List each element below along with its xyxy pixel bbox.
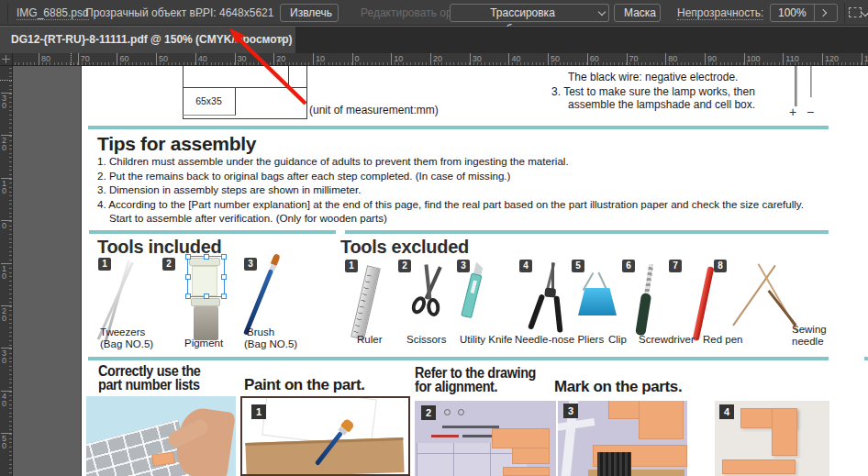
ruler-tick — [484, 62, 485, 65]
ruler-tick — [720, 62, 721, 65]
ruler-tick — [9, 145, 12, 146]
ruler-tick — [222, 62, 223, 65]
ruler-tick — [524, 62, 525, 65]
document-tab-title: DG12-{RT-RU}-8-11111.pdf @ 150% (CMYK/Пр… — [11, 33, 293, 46]
ruler-tick — [415, 62, 416, 65]
ruler-tick — [9, 229, 12, 230]
ruler-tick — [802, 62, 803, 65]
ruler-tick — [822, 53, 823, 65]
image-trace-button[interactable]: Трассировка изображения — [450, 4, 595, 22]
ruler-number: 70 — [629, 54, 639, 63]
ruler-tick — [289, 62, 290, 65]
ruler-tick — [9, 413, 12, 414]
ruler-tick — [857, 62, 858, 65]
smart-object-filename[interactable]: IMG_6885.psd — [17, 0, 89, 26]
tool-number-badge: 3 — [457, 260, 470, 272]
selection-handle[interactable] — [204, 293, 209, 299]
ruler-tick — [9, 366, 12, 367]
ruler-tick — [410, 62, 411, 65]
ruler-tick — [418, 62, 419, 65]
ruler-tick — [458, 62, 459, 65]
ruler-tick — [97, 62, 98, 65]
selection-bounding-box[interactable] — [187, 256, 225, 297]
ruler-number: 4 0 — [2, 393, 6, 407]
ruler-tick — [662, 62, 662, 65]
ruler-tick — [9, 132, 12, 133]
ruler-tick — [771, 62, 772, 65]
ruler-tick — [583, 62, 584, 65]
ruler-tick — [9, 285, 12, 286]
guide-title-line: part number lists — [98, 378, 201, 392]
ruler-tick — [9, 234, 12, 235]
ruler-tick — [9, 81, 12, 82]
ruler-tick — [9, 361, 12, 362]
plus-sign: + — [789, 105, 796, 119]
ruler-tick — [136, 62, 137, 65]
ruler-tick — [9, 379, 12, 380]
ruler-tick — [184, 62, 184, 65]
ruler-tick — [845, 62, 846, 65]
ruler-number: 20 — [433, 54, 442, 63]
horizontal-ruler: 8070605040302010010203040506070809010011… — [13, 53, 868, 66]
ruler-number: 90 — [707, 54, 717, 63]
ruler-tick — [9, 464, 12, 465]
image-trace-dropdown-button[interactable] — [595, 4, 609, 22]
ruler-tick — [681, 62, 682, 65]
ruler-tick — [9, 315, 12, 315]
ruler-tick — [9, 85, 12, 86]
ruler-tick — [332, 62, 333, 65]
ruler-tick — [700, 62, 701, 65]
tab-bar: DG12-{RT-RU}-8-11111.pdf @ 150% (CMYK/Пр… — [0, 27, 868, 53]
ruler-number: 100 — [747, 54, 761, 63]
ruler-tick — [9, 140, 12, 141]
ruler-tick — [363, 62, 364, 65]
ruler-number: 3 0 — [2, 94, 6, 109]
ruler-tick — [9, 251, 12, 252]
ruler-tick — [508, 53, 509, 65]
ruler-tick — [693, 62, 694, 65]
ruler-number: 80 — [668, 54, 677, 63]
wire-positive — [795, 66, 797, 106]
screwdriver-image — [632, 263, 660, 338]
selection-handle[interactable] — [185, 274, 191, 280]
black-stamp — [597, 452, 631, 476]
ruler-tick — [9, 426, 12, 426]
selection-handle[interactable] — [221, 254, 227, 260]
mask-button[interactable]: Маска — [614, 4, 661, 22]
extract-button[interactable]: Извлечь — [280, 4, 339, 22]
white-strip — [558, 418, 595, 431]
ruler-tick — [807, 62, 807, 65]
ruler-tick — [422, 62, 423, 65]
opacity-combo[interactable]: 100% — [770, 4, 838, 22]
selection-handle[interactable] — [221, 274, 227, 280]
ruler-tick — [250, 62, 250, 65]
ruler-tick — [9, 429, 12, 430]
ruler-tick — [548, 53, 549, 65]
ruler-number: 2 0 — [2, 137, 6, 151]
ruler-tick — [9, 192, 12, 193]
ruler-tick — [9, 327, 12, 328]
selection-handle[interactable] — [185, 254, 191, 260]
selection-handle[interactable] — [204, 254, 209, 260]
tool-sublabel: (Bag NO.5) — [244, 338, 297, 350]
ruler-tick — [9, 204, 12, 205]
selection-handle[interactable] — [185, 293, 191, 299]
selection-handle[interactable] — [221, 293, 227, 299]
tool-number-badge: 6 — [622, 260, 635, 272]
ruler-number: 80 — [41, 54, 50, 63]
ruler-tick — [9, 289, 12, 290]
ruler-number: 2 0 — [2, 307, 6, 322]
smart-object-filename-text: IMG_6885.psd — [17, 6, 89, 20]
ruler-tick — [627, 53, 628, 65]
diagram-inner-box: 65x35 — [183, 87, 236, 116]
ruler-tick — [262, 62, 262, 65]
tips-item: 2. Put the remains back to original bags… — [97, 169, 824, 183]
document-tab[interactable]: DG12-{RT-RU}-8-11111.pdf @ 150% (CMYK/Пр… — [0, 27, 295, 53]
tab-close-icon[interactable]: × — [279, 27, 286, 53]
ruler-tick — [9, 387, 12, 388]
ruler-tick — [61, 62, 62, 65]
opacity-label-text: Непрозрачность: — [677, 6, 763, 20]
ruler-tick — [462, 62, 462, 65]
transform-marquee-icon[interactable] — [849, 7, 862, 17]
step-badge: 3 — [563, 404, 578, 418]
